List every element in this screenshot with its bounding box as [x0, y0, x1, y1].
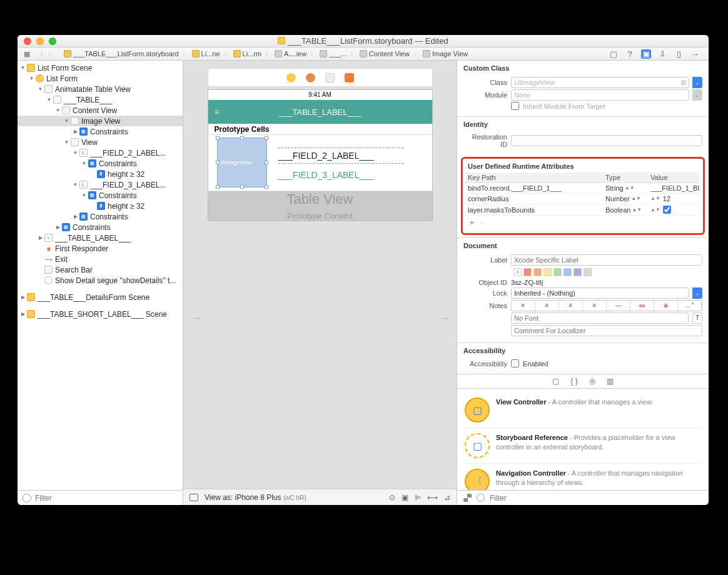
tree-constraints[interactable]: ▶⊞Constraints [18, 211, 183, 222]
tree-field2-label[interactable]: ▼L___FIELD_2_LABEL... [18, 148, 183, 158]
udra-key-2[interactable]: layer.masksToBounds [465, 204, 603, 216]
crumb-5[interactable]: Content View [369, 50, 410, 58]
field-3-label[interactable]: ___FIELD_3_LABEL___ [278, 170, 374, 180]
udra-type-1[interactable]: Number▲▼ [603, 194, 648, 204]
view-as-label[interactable]: View as: iPhone 8 Plus (wC hR) [205, 493, 306, 502]
tree-height-constraint[interactable]: ⇕height ≥ 32 [18, 169, 183, 179]
tree-field3-label[interactable]: ▼L___FIELD_3_LABEL... [18, 179, 183, 190]
notes-format-bar[interactable]: ≡≡≡≡---▭a…˅ [511, 300, 702, 311]
crumb-2[interactable]: Li...rm [243, 50, 262, 58]
tree-tableview[interactable]: ▼Animatable Table View [18, 84, 183, 94]
align-button[interactable]: ⊫ [415, 493, 421, 502]
toggle-outline-button[interactable] [190, 494, 198, 501]
prototype-cell[interactable]: UIImageView ___FIELD_2_LABEL___ ___FIELD… [208, 135, 432, 191]
filter-icon[interactable] [23, 494, 31, 502]
pin-button[interactable]: ⟷ [427, 493, 438, 502]
udra-type-2[interactable]: Boolean▲▼ [603, 204, 648, 216]
crumb-6[interactable]: Image View [432, 50, 468, 58]
inherit-module-checkbox[interactable] [511, 102, 519, 110]
library-item-storyboard-reference[interactable]: ▢ Storyboard Reference - Provides a plac… [463, 428, 702, 464]
lock-dropdown-button[interactable]: ⌄ [692, 288, 702, 299]
identity-inspector-tab[interactable]: ▣ [641, 49, 651, 59]
scene-dock-exit-icon[interactable] [325, 73, 335, 82]
nav-back-button[interactable]: 〈 [35, 49, 45, 59]
breadcrumb[interactable]: ___TABLE___ListForm.storyboard〉 Li...ne〉… [61, 50, 470, 58]
outline-filter-input[interactable] [35, 494, 178, 502]
clear-class-button[interactable]: ⊘ [680, 78, 689, 87]
label-color-chips[interactable]: × [463, 267, 702, 278]
tree-search-bar[interactable]: Search Bar [18, 264, 183, 275]
document-outline: ▼List Form Scene ▼List Form ▼Animatable … [18, 61, 183, 505]
scene-dock[interactable] [208, 68, 433, 87]
library-file-tab[interactable]: ▢ [552, 377, 559, 386]
udra-table[interactable]: Key Path Type Value bindTo.record.___FIE… [465, 172, 700, 216]
connections-inspector-tab[interactable]: → [690, 49, 700, 59]
module-dropdown-button[interactable]: ⌄ [692, 89, 702, 101]
tree-scene-short[interactable]: ▶___TABLE_SHORT_LABEL___ Scene [18, 309, 183, 319]
tree-constraints[interactable]: ▼⊞Constraints [18, 190, 183, 201]
tree-nav-item[interactable]: ▶<___TABLE_LABEL___ [18, 232, 183, 243]
tree-scene-details[interactable]: ▶___TABLE___DetailsForm Scene [18, 292, 183, 302]
tree-constraints[interactable]: ▼⊞Constraints [18, 158, 183, 169]
restoration-id-field[interactable] [511, 135, 702, 146]
tree-view[interactable]: ▼View [18, 137, 183, 148]
tree-constraints[interactable]: ▶⊞Constraints [18, 222, 183, 232]
module-field[interactable] [511, 89, 689, 101]
library-code-tab[interactable]: { } [570, 377, 577, 386]
crumb-3[interactable]: A....iew [284, 50, 306, 58]
tree-content-view[interactable]: ▼Content View [18, 105, 183, 116]
embed-button[interactable]: ▣ [402, 493, 408, 502]
nav-forward-button[interactable]: 〉 [46, 49, 56, 59]
tree-image-view[interactable]: ▼Image View [18, 116, 183, 126]
tree-cell[interactable]: ▼___TABLE___ [18, 94, 183, 105]
update-frames-button[interactable]: ⊙ [389, 493, 395, 502]
lock-field[interactable] [511, 288, 689, 299]
library-filter-input[interactable] [490, 494, 702, 502]
crumb-0[interactable]: ___TABLE___ListForm.storyboard [73, 50, 179, 58]
udra-key-1[interactable]: cornerRadius [465, 194, 603, 204]
interface-builder-canvas[interactable]: → → 9:41 AM ≡___TABLE_LABEL___ Prototype… [183, 61, 457, 505]
crumb-1[interactable]: Li...ne [201, 50, 220, 58]
library-item-view-controller[interactable]: ▢ View Controller - A controller that ma… [463, 392, 702, 428]
attributes-inspector-tab[interactable]: ⇩ [657, 49, 667, 59]
font-picker-button[interactable]: T [692, 312, 702, 324]
scene-dock-vc-icon[interactable] [286, 73, 296, 82]
notes-font-field[interactable] [511, 312, 689, 324]
scene-dock-segue-icon[interactable] [345, 73, 354, 82]
library-objects-tab[interactable]: ◎ [589, 377, 595, 386]
selected-image-view[interactable]: UIImageView [217, 138, 267, 188]
tree-first-responder[interactable]: ◉First Responder [18, 243, 183, 254]
accessibility-heading: Accessibility [457, 342, 709, 357]
udra-key-0[interactable]: bindTo.record.___FIELD_1___ [465, 183, 603, 194]
file-inspector-tab[interactable]: ▢ [609, 49, 619, 59]
tree-exit[interactable]: ⟶Exit [18, 254, 183, 264]
tree-constraints[interactable]: ▶⊞Constraints [18, 126, 183, 137]
related-items-icon[interactable]: ▦ [23, 49, 31, 58]
window-title: ___TABLE___ListForm.storyboard — Edited [18, 36, 709, 46]
tree-vc[interactable]: ▼List Form [18, 73, 183, 84]
udra-add-button[interactable]: ＋ [468, 218, 476, 227]
document-label-field[interactable] [511, 254, 702, 266]
library-grid-toggle[interactable] [463, 494, 472, 502]
udra-value-0[interactable]: ___FIELD_1_BINDING_TYPE___ [648, 183, 699, 194]
udra-remove-button[interactable]: － [478, 218, 487, 227]
size-inspector-tab[interactable]: ▯ [674, 49, 684, 59]
class-field[interactable] [511, 77, 689, 88]
udra-value-1[interactable]: ▲▼12 [648, 194, 699, 204]
scene-dock-first-responder-icon[interactable] [306, 73, 315, 82]
tree-height-constraint[interactable]: ⇕height ≥ 32 [18, 201, 183, 211]
library-item-navigation-controller[interactable]: 〈 Navigation Controller - A controller t… [463, 464, 702, 490]
localizer-comment-field[interactable] [511, 325, 702, 336]
tree-segue[interactable]: Show Detail segue "showDetails" t... [18, 275, 183, 286]
udra-value-2[interactable]: ▲▼ [648, 204, 699, 216]
class-dropdown-button[interactable]: ⌄ [692, 77, 702, 88]
filter-icon[interactable] [477, 494, 485, 502]
library-media-tab[interactable]: ▥ [607, 377, 614, 386]
udra-type-0[interactable]: String▲▼ [603, 183, 648, 194]
crumb-4[interactable]: ___... [329, 50, 346, 58]
accessibility-enabled-checkbox[interactable] [511, 359, 519, 368]
resolve-button[interactable]: ⊿ [444, 493, 450, 502]
field-2-label[interactable]: ___FIELD_2_LABEL___ [278, 148, 403, 164]
help-inspector-tab[interactable]: ? [625, 49, 635, 59]
tree-scene[interactable]: ▼List Form Scene [18, 62, 183, 73]
